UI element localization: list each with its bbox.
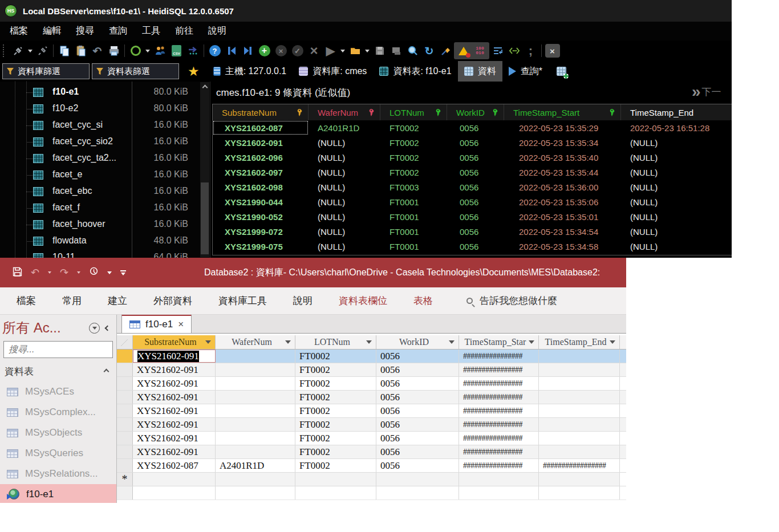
paste-icon[interactable] (72, 43, 89, 59)
navigation-pane-header[interactable]: 所有 Ac... (0, 315, 116, 339)
table-tree-item[interactable]: facet_e 16.0 KiB (0, 167, 200, 184)
insert-row-icon[interactable]: + (256, 43, 273, 59)
cancel-edit-icon[interactable]: × (273, 43, 289, 59)
table-row[interactable]: XYS21602-087 A2401R1D FT0002 0056 2022-0… (213, 120, 732, 135)
table-row[interactable]: XYS21990-052 (NULL) FT0001 0056 2022-05-… (213, 209, 732, 224)
first-row-icon[interactable] (223, 43, 240, 59)
export-csv-icon[interactable]: CSV (168, 43, 185, 59)
database-filter-input[interactable] (18, 67, 86, 76)
execute-dropdown-icon[interactable] (339, 43, 347, 59)
customize-toolbar-icon[interactable] (120, 270, 126, 275)
insert-files-icon[interactable] (185, 43, 201, 59)
table-row[interactable]: XYS21602-091 FT0002 0056 ###############… (117, 391, 626, 404)
database-filter[interactable] (2, 63, 90, 79)
nav-table-item[interactable]: MSysObjects (0, 423, 116, 443)
redo-dropdown-icon[interactable] (77, 271, 80, 274)
open-folder-icon[interactable] (347, 43, 363, 59)
table-row[interactable]: XYS21602-091 (NULL) FT0002 0056 2022-05-… (213, 135, 732, 150)
table-tree-item[interactable]: f10-e2 80.0 KiB (0, 101, 200, 117)
ribbon-tab[interactable]: 資料庫工具 (205, 294, 280, 307)
warnings-icon[interactable] (455, 43, 472, 59)
table-tree-item[interactable]: flowdata 48.0 KiB (0, 233, 200, 250)
menu-item[interactable]: 搜尋 (68, 25, 102, 37)
table-row[interactable]: XYS21602-098 (NULL) FT0003 0056 2022-05-… (213, 180, 732, 194)
table-row[interactable]: XYS21990-044 (NULL) FT0001 0056 2022-05-… (213, 194, 732, 209)
cancel-icon[interactable]: × (306, 43, 322, 59)
cleanup-icon[interactable] (437, 43, 454, 59)
select-all-cell[interactable] (117, 335, 133, 349)
binary-view-icon[interactable]: 100010 (472, 43, 488, 59)
disconnect-icon[interactable] (34, 43, 51, 59)
scrollbar-thumb[interactable] (201, 182, 209, 254)
table-row[interactable]: XYS21999-075 (NULL) FT0001 0056 2022-05-… (213, 239, 732, 254)
indentation-icon[interactable] (489, 43, 506, 59)
table-tree-item[interactable]: facet_hoover 16.0 KiB (0, 217, 200, 233)
row-selector[interactable] (117, 377, 133, 390)
menu-item[interactable]: 前往 (168, 25, 201, 37)
nav-menu-dropdown-icon[interactable] (89, 323, 100, 334)
table-row[interactable]: XYS21602-087 A2401R1D FT0002 0056 ######… (117, 459, 626, 473)
nav-section-tables[interactable]: 資料表 (0, 360, 116, 381)
menu-item[interactable]: 編輯 (35, 25, 68, 37)
table-row[interactable]: XYS21602-091 FT0002 0056 ###############… (117, 404, 626, 418)
table-row[interactable]: XYS21602-091 FT0002 0056 ###############… (117, 445, 626, 459)
connect-dropdown-icon[interactable] (26, 43, 34, 59)
connect-icon[interactable] (10, 43, 26, 59)
table-row[interactable]: XYS21602-096 (NULL) FT0002 0056 2022-05-… (213, 150, 732, 165)
menu-item[interactable]: 查詢 (102, 25, 135, 37)
execute-icon[interactable]: ▶ (322, 43, 339, 59)
tell-me-box[interactable]: 告訴我您想做什麼 (466, 294, 557, 307)
last-row-icon[interactable] (240, 43, 256, 59)
ribbon-tab[interactable]: 檔案 (3, 294, 49, 307)
save-icon[interactable] (13, 267, 22, 279)
ribbon-tab[interactable]: 外部資料 (140, 294, 205, 307)
column-header[interactable]: WorkID (447, 104, 504, 120)
undo-icon[interactable]: ↶ (89, 43, 106, 59)
shutter-close-icon[interactable] (105, 325, 111, 331)
filter-dropdown-icon[interactable] (285, 340, 291, 344)
help-icon[interactable]: ? (206, 43, 223, 59)
column-header[interactable]: WorkID (376, 335, 459, 349)
column-header[interactable]: TimeStamp_Star (459, 335, 539, 349)
find-icon[interactable] (404, 43, 421, 59)
new-record-row[interactable]: * (117, 473, 626, 486)
user-manager-icon[interactable] (152, 43, 168, 59)
filter-dropdown-icon[interactable] (529, 340, 534, 344)
session-tab[interactable]: 資料 (458, 61, 502, 82)
nav-table-item[interactable]: MSysRelations... (0, 464, 116, 484)
nav-search-box[interactable] (3, 341, 113, 358)
print-icon[interactable] (106, 43, 122, 59)
table-tree-item[interactable]: facet_cyc_si 16.0 KiB (0, 117, 200, 134)
filter-dropdown-icon[interactable] (449, 340, 455, 344)
table-filter[interactable] (92, 63, 179, 79)
document-tab[interactable]: f10-e1 × (121, 315, 192, 333)
column-header[interactable]: TimeStamp_Start (504, 104, 621, 120)
nav-search-input[interactable] (9, 344, 127, 355)
session-tab[interactable]: 資料庫: cmes (293, 61, 373, 82)
save-icon[interactable] (371, 43, 388, 59)
column-header[interactable]: SubstrateNum (133, 335, 216, 349)
ribbon-tab[interactable]: 建立 (95, 294, 140, 307)
table-row[interactable]: XYS21602-091 FT0002 0056 ###############… (117, 363, 626, 377)
table-tree-item[interactable]: f10-e1 80.0 KiB (0, 84, 200, 101)
session-tab[interactable]: 資料表: f10-e1 (373, 61, 457, 82)
column-header[interactable]: LOTNum (295, 335, 376, 349)
nav-table-item[interactable]: f10-e1 (0, 484, 116, 503)
save-all-icon[interactable] (388, 43, 404, 59)
menu-item[interactable]: 說明 (201, 25, 234, 37)
table-tree-item[interactable]: facet_ebc 16.0 KiB (0, 184, 200, 200)
table-row[interactable]: XYS21602-091 FT0002 0056 ###############… (117, 377, 626, 391)
ribbon-tab[interactable]: 常用 (49, 294, 95, 307)
row-selector[interactable] (117, 459, 133, 472)
close-icon[interactable]: × (544, 43, 561, 59)
ribbon-tab[interactable]: 資料表欄位 (326, 294, 400, 307)
undo-icon[interactable]: ↶ (31, 266, 39, 279)
table-tree-item[interactable]: facet_cyc_sio2 16.0 KiB (0, 134, 200, 151)
menu-item[interactable]: 檔案 (2, 25, 35, 37)
parameters-icon[interactable] (506, 43, 522, 59)
touch-mode-icon[interactable] (89, 267, 99, 279)
column-header[interactable]: WaferNum (216, 335, 295, 349)
favorites-star-icon[interactable]: ★ (188, 64, 200, 79)
access-titlebar[interactable]: ↶ ↷ Database2 : 資料庫- C:\Users\charl\OneD… (0, 258, 626, 287)
filter-dropdown-icon[interactable] (205, 340, 211, 344)
